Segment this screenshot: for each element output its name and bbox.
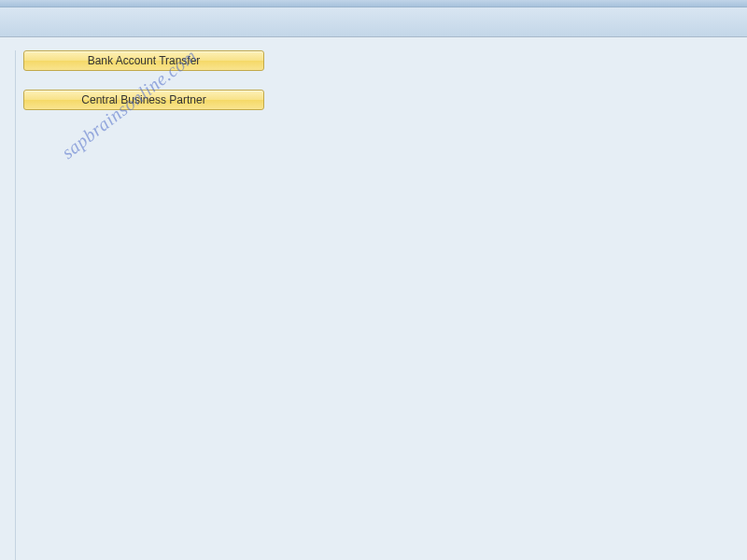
toolbar-strip: [0, 7, 747, 37]
content-panel: Bank Account Transfer Central Business P…: [15, 50, 747, 560]
central-business-partner-button[interactable]: Central Business Partner: [23, 90, 264, 110]
bank-account-transfer-button[interactable]: Bank Account Transfer: [23, 50, 264, 71]
title-bar-fragment: [0, 0, 747, 7]
